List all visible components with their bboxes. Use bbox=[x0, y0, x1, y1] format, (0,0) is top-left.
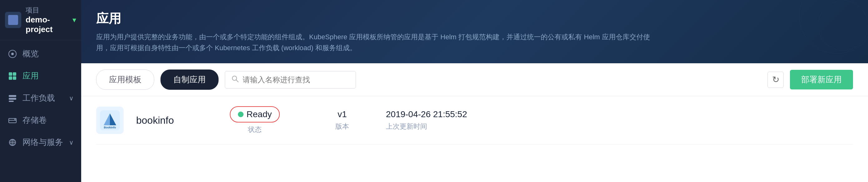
sidebar-item-label-apps: 应用 bbox=[23, 70, 74, 81]
sidebar-item-label-storage: 存储卷 bbox=[23, 115, 74, 125]
sidebar-nav: 概览 应用 工作负载 ∨ bbox=[0, 40, 81, 153]
version-column: v1 版本 bbox=[311, 109, 373, 131]
overview-icon bbox=[7, 49, 18, 59]
sidebar-item-label-network: 网络与服务 bbox=[23, 137, 64, 148]
search-box bbox=[225, 71, 356, 88]
page-title: 应用 bbox=[96, 10, 853, 27]
workloads-icon bbox=[7, 93, 18, 103]
app-icon-bookinfo: BookInfo bbox=[96, 107, 124, 134]
toolbar: 应用模板 自制应用 ↻ 部署新应用 bbox=[81, 63, 868, 96]
status-dot-ready bbox=[238, 112, 244, 117]
app-list: BookInfo bookinfo Ready 状态 v1 版本 2019-04… bbox=[81, 96, 868, 182]
deploy-button[interactable]: 部署新应用 bbox=[790, 70, 853, 89]
network-icon bbox=[7, 138, 18, 147]
sidebar-logo-icon bbox=[8, 15, 18, 25]
chevron-right-icon-workloads: ∨ bbox=[69, 95, 74, 102]
storage-icon bbox=[7, 115, 18, 125]
time-column: 2019-04-26 21:55:52 上次更新时间 bbox=[386, 109, 486, 131]
header-banner: 应用 应用为用户提供完整的业务功能，由一个或多个特定功能的组件组成。KubeSp… bbox=[81, 0, 868, 63]
version-label: 版本 bbox=[335, 122, 349, 131]
svg-rect-4 bbox=[9, 76, 12, 80]
sidebar-project-info: 项目 demo-project bbox=[26, 6, 68, 34]
sidebar-project-label: 项目 bbox=[26, 6, 68, 15]
sidebar-item-network[interactable]: 网络与服务 ∨ bbox=[0, 131, 81, 153]
tab-template[interactable]: 应用模板 bbox=[96, 70, 154, 90]
sidebar-item-label-overview: 概览 bbox=[23, 48, 74, 59]
svg-text:BookInfo: BookInfo bbox=[104, 126, 116, 129]
refresh-button[interactable]: ↻ bbox=[768, 72, 784, 88]
time-label: 上次更新时间 bbox=[386, 122, 427, 131]
search-input[interactable] bbox=[243, 75, 349, 84]
status-badge: Ready bbox=[247, 109, 272, 119]
sidebar-logo bbox=[5, 12, 21, 28]
sidebar-item-overview[interactable]: 概览 bbox=[0, 43, 81, 65]
search-icon bbox=[231, 75, 239, 84]
sidebar-project-name: demo-project bbox=[26, 15, 68, 34]
sidebar-item-apps[interactable]: 应用 bbox=[0, 65, 81, 87]
sidebar: 项目 demo-project ▾ 概览 应 bbox=[0, 0, 81, 182]
status-column: Ready 状态 bbox=[211, 106, 299, 134]
chevron-right-icon-network: ∨ bbox=[69, 139, 74, 146]
table-row[interactable]: BookInfo bookinfo Ready 状态 v1 版本 2019-04… bbox=[96, 96, 853, 145]
svg-point-1 bbox=[11, 53, 14, 55]
sidebar-item-storage[interactable]: 存储卷 bbox=[0, 109, 81, 131]
status-label: 状态 bbox=[248, 125, 262, 134]
svg-rect-2 bbox=[9, 72, 12, 76]
apps-icon bbox=[7, 71, 18, 81]
chevron-down-icon[interactable]: ▾ bbox=[72, 15, 76, 24]
sidebar-item-workloads[interactable]: 工作负载 ∨ bbox=[0, 87, 81, 109]
sidebar-item-label-workloads: 工作负载 bbox=[23, 93, 64, 104]
main-content: 应用 应用为用户提供完整的业务功能，由一个或多个特定功能的组件组成。KubeSp… bbox=[81, 0, 868, 182]
svg-rect-8 bbox=[9, 101, 14, 102]
status-badge-wrapper: Ready bbox=[230, 106, 280, 122]
svg-line-17 bbox=[236, 80, 238, 82]
svg-rect-3 bbox=[13, 72, 16, 76]
app-name-bookinfo: bookinfo bbox=[136, 115, 198, 126]
svg-rect-7 bbox=[9, 98, 16, 100]
svg-rect-5 bbox=[13, 76, 16, 80]
tab-custom[interactable]: 自制应用 bbox=[160, 70, 219, 90]
svg-rect-6 bbox=[9, 95, 16, 97]
time-value: 2019-04-26 21:55:52 bbox=[386, 109, 467, 119]
header-description: 应用为用户提供完整的业务功能，由一个或多个特定功能的组件组成。KubeSpher… bbox=[96, 32, 658, 53]
sidebar-header: 项目 demo-project ▾ bbox=[0, 0, 81, 40]
version-value: v1 bbox=[338, 109, 347, 119]
svg-point-11 bbox=[14, 119, 16, 120]
